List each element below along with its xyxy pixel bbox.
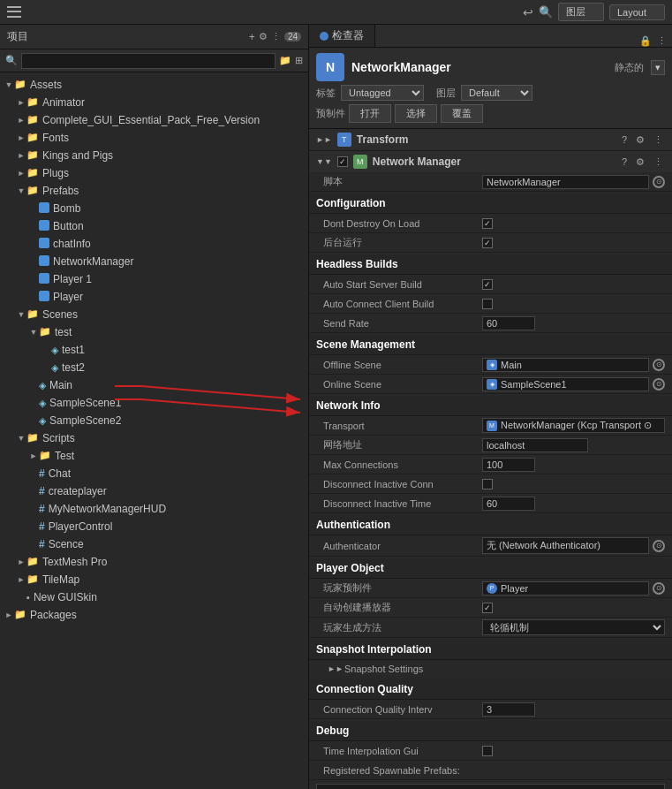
tree-item-samplescene2[interactable]: ◈ SampleScene2 [0,412,308,429]
prefab-select-btn[interactable]: 选择 [395,104,437,123]
tree-item-assets[interactable]: 📁 Assets [0,76,308,94]
authenticator-ref[interactable]: 无 (Network Authenticator) [482,537,649,554]
label-packages: Packages [30,609,77,621]
scene-icon-main: ◈ [39,380,46,391]
tab-inspector[interactable]: 检查器 [309,25,375,47]
script-ref[interactable]: NetworkManager [482,175,649,189]
network-manager-enable-checkbox[interactable] [337,156,348,167]
tree-item-test-scripts[interactable]: 📁 Test [0,447,308,465]
player-prefab-circle[interactable]: ⊙ [653,582,665,595]
arrow-plugs [16,168,26,178]
search-icon[interactable]: 🔍 [539,5,553,19]
auto-connect-checkbox[interactable] [482,299,493,309]
label-animator: Animator [42,96,85,109]
tree-item-samplescene1[interactable]: ◈ SampleScene1 [0,394,308,412]
tag-dropdown[interactable]: Untagged [341,85,424,101]
tree-item-button[interactable]: Button [0,217,308,235]
connection-quality-interval-input[interactable] [482,702,535,717]
prefab-override-btn[interactable]: 覆盖 [441,104,483,123]
auto-start-checkbox[interactable] [482,279,493,290]
network-manager-settings-btn[interactable]: ⚙ [634,156,646,168]
prefab-open-btn[interactable]: 打开 [349,104,391,123]
offline-scene-circle[interactable]: ⊙ [653,359,665,371]
search-bar: 🔍 📁 ⊞ [0,49,308,72]
folder-plus-icon[interactable]: 📁 [279,55,291,66]
settings-icon[interactable]: ⚙ [259,31,268,42]
script-select-circle[interactable]: ⊙ [653,176,665,188]
tree-item-playercontrol[interactable]: # PlayerControl [0,518,308,535]
tree-item-chatinfo[interactable]: chatInfo [0,235,308,253]
snapshot-settings-label: Snapshot Settings [344,664,423,674]
spawn-method-dropdown[interactable]: 轮循机制 [482,619,665,635]
tree-item-complete-gui[interactable]: 📁 Complete_GUI_Essential_Pack_Free_Versi… [0,111,308,129]
tree-item-newguiskin[interactable]: ▪ New GUISkin [0,588,308,606]
left-panel: 项目 + ⚙ ⋮ 24 🔍 📁 ⊞ 📁 Assets [0,25,309,789]
tree-item-scripts[interactable]: 📁 Scripts [0,429,308,447]
add-icon[interactable]: + [249,31,255,43]
tree-item-scence[interactable]: # Scence [0,535,308,553]
offline-scene-ref[interactable]: ◈ Main [482,358,649,372]
snapshot-settings[interactable]: ► Snapshot Settings [309,660,672,678]
transform-settings-btn[interactable]: ⚙ [634,134,646,146]
tree-item-test2[interactable]: ◈ test2 [0,359,308,376]
tree-item-networkmanager[interactable]: NetworkManager [0,253,308,270]
auto-create-row: 自动创建播放器 [309,598,672,618]
lock-icon[interactable]: 🔒 [639,35,652,47]
script-icon-createplayer: # [39,485,45,497]
transform-header[interactable]: ► T Transform ? ⚙ ⋮ [309,129,672,150]
tree-item-main[interactable]: ◈ Main [0,376,308,394]
disconnect-time-input[interactable] [482,497,535,511]
background-run-checkbox[interactable] [482,238,493,248]
authenticator-circle[interactable]: ⊙ [653,540,665,552]
network-address-input[interactable] [482,438,588,452]
menu-icon[interactable] [7,5,21,19]
script-value: NetworkManager ⊙ [482,175,665,189]
max-connections-input[interactable] [482,458,535,472]
undo-icon[interactable]: ↩ [523,5,533,19]
transform-help-btn[interactable]: ? [620,134,629,146]
tree-item-test-folder[interactable]: 📁 test [0,323,308,341]
network-manager-more-btn[interactable]: ⋮ [652,156,665,168]
disconnect-inactive-checkbox[interactable] [482,479,493,489]
layer-label: 图层 [436,87,456,100]
tree-item-player1[interactable]: Player 1 [0,270,308,288]
tree-item-mynetworkmanagerhud[interactable]: # MyNetworkManagerHUD [0,500,308,518]
network-manager-header[interactable]: ▼ M Network Manager ? ⚙ ⋮ [309,151,672,172]
dont-destroy-checkbox[interactable] [482,218,493,229]
online-scene-circle[interactable]: ⊙ [653,378,665,391]
tree-item-textmesh[interactable]: 📁 TextMesh Pro [0,553,308,571]
player-prefab-ref[interactable]: P Player [482,581,649,596]
online-scene-ref[interactable]: ◈ SampleScene1 [482,377,649,391]
transport-ref[interactable]: M NetworkManager (Kcp Transport ⊙ [482,418,665,433]
tree-item-plugs[interactable]: 📁 Plugs [0,164,308,182]
tree-item-fonts[interactable]: 📁 Fonts [0,129,308,147]
search-input[interactable] [21,53,276,69]
tree-item-packages[interactable]: 📁 Packages [0,606,308,624]
auto-create-checkbox[interactable] [482,603,493,613]
send-rate-input[interactable] [482,316,535,330]
time-interpolation-checkbox[interactable] [482,746,493,756]
tree-item-tilemap[interactable]: 📁 TileMap [0,571,308,588]
tree-item-chat[interactable]: # Chat [0,465,308,482]
panel-three-dot[interactable]: ⋮ [657,35,667,47]
grid-icon[interactable]: ⊞ [295,55,303,66]
transform-more-btn[interactable]: ⋮ [652,134,665,146]
scene-dropdown[interactable]: 图层 [558,3,604,21]
network-manager-help-btn[interactable]: ? [620,156,629,168]
object-static-dropdown[interactable]: ▾ [651,60,665,75]
tree-item-scenes[interactable]: 📁 Scenes [0,306,308,323]
folder-icon-prefabs: 📁 [26,185,39,197]
tree-item-test1[interactable]: ◈ test1 [0,341,308,359]
three-dot-icon[interactable]: ⋮ [271,31,281,42]
layer-dropdown[interactable]: Default [461,85,532,101]
layout-dropdown[interactable]: Layout [609,4,665,20]
tree-item-bomb[interactable]: Bomb [0,200,308,217]
tree-item-prefabs[interactable]: 📁 Prefabs [0,182,308,200]
create-btn[interactable]: 📁 ⊞ [279,55,303,66]
tree-item-player[interactable]: Player [0,288,308,306]
folder-icon-scenes: 📁 [26,308,39,321]
tree-item-animator[interactable]: 📁 Animator [0,94,308,111]
tree-item-createplayer[interactable]: # createplayer [0,482,308,500]
label-button: Button [53,220,84,232]
tree-item-kings[interactable]: 📁 Kings and Pigs [0,147,308,164]
